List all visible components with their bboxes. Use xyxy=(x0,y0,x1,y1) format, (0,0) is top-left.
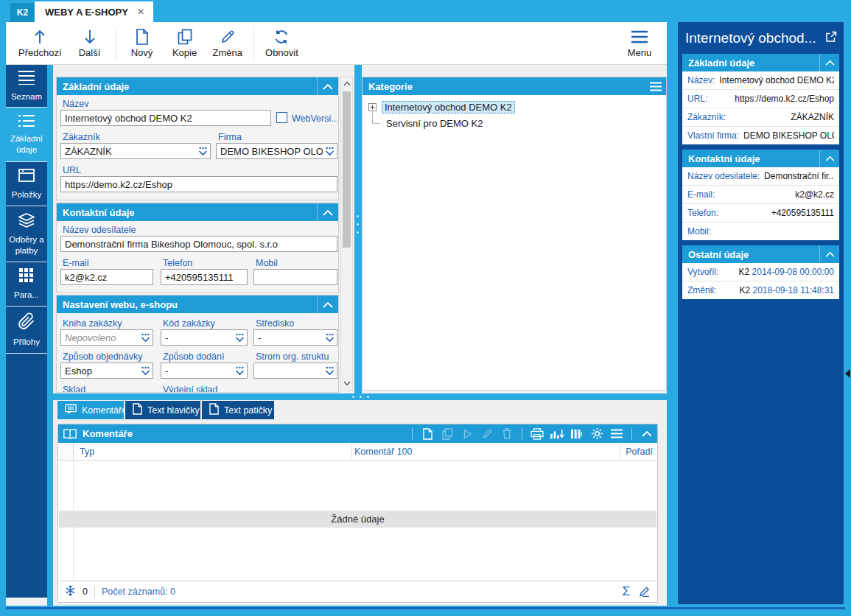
url-input[interactable] xyxy=(60,176,337,192)
panel-kontaktni-udaje-header[interactable]: Kontaktní údaje xyxy=(57,203,338,221)
collapse-chevron-icon[interactable] xyxy=(819,54,839,71)
dropdown-icon[interactable] xyxy=(323,333,337,343)
dropdown-icon[interactable] xyxy=(323,366,337,376)
copy-button[interactable]: Kopie xyxy=(164,24,206,63)
email-label: E-mail xyxy=(63,258,88,268)
scrollbar-thumb[interactable] xyxy=(343,91,351,248)
preview-section-ostatni: Ostatní údaje Vytvořil: K2 2014-09-08 00… xyxy=(682,245,839,299)
zakaznik-combo[interactable]: ZÁKAZNÍK xyxy=(60,143,211,159)
column-header-typ[interactable]: Typ xyxy=(80,447,94,457)
mobil-label: Mobil xyxy=(256,258,278,268)
dropdown-icon[interactable] xyxy=(196,147,210,156)
panel-zakladni-udaje-header[interactable]: Základní údaje xyxy=(57,77,338,95)
phone-input[interactable] xyxy=(161,269,248,285)
collapse-chevron-icon[interactable] xyxy=(317,295,338,313)
menu-button[interactable]: Menu xyxy=(618,24,661,63)
sklad-label: Sklad xyxy=(63,385,85,393)
stredisko-combo[interactable]: - xyxy=(253,329,337,346)
arrow-up-icon xyxy=(32,29,47,45)
sidebar-item-parametry[interactable]: Para... xyxy=(6,262,47,307)
panel-menu-icon[interactable] xyxy=(645,77,666,95)
close-tab-icon[interactable]: ✕ xyxy=(137,7,144,17)
table-status-bar: 0 Počet záznamů: 0 Σ xyxy=(58,581,657,602)
scroll-down-icon[interactable] xyxy=(341,378,352,389)
preview-row: Změnil: K2 2018-09-18 11:48:31 xyxy=(682,281,839,299)
paperclip-icon xyxy=(18,312,35,332)
tab-text-paticky[interactable]: Text patičky xyxy=(202,401,274,419)
dropdown-icon[interactable] xyxy=(233,366,247,376)
chart-export-icon[interactable] xyxy=(550,427,564,441)
tab-komentare[interactable]: Komentáře xyxy=(57,401,124,419)
change-button[interactable]: Změna xyxy=(206,24,249,63)
sender-input[interactable] xyxy=(60,236,337,252)
record-count-label: Počet záznamů: 0 xyxy=(102,587,175,597)
email-input[interactable] xyxy=(60,269,153,285)
panel-kontaktni-udaje: Kontaktní údaje Název odesílatele E-mail… xyxy=(56,203,339,293)
collapse-chevron-icon[interactable] xyxy=(819,150,839,167)
dropdown-icon[interactable] xyxy=(323,147,337,156)
next-button[interactable]: Další xyxy=(69,24,111,63)
vertical-splitter[interactable] xyxy=(354,65,362,393)
zakaznik-label: Zákazník xyxy=(63,132,100,142)
zpusob-dodani-combo[interactable]: - xyxy=(161,363,248,379)
delete-trash-icon[interactable] xyxy=(500,427,514,441)
panel-kategorie-header[interactable]: Kategorie xyxy=(363,77,666,95)
form-scrollbar[interactable] xyxy=(340,77,353,391)
window-bottom-border xyxy=(6,607,845,609)
tab-weby-a-eshopy[interactable]: WEBY A E-SHOPY ✕ xyxy=(35,1,153,22)
scroll-up-icon[interactable] xyxy=(341,78,352,89)
dropdown-icon[interactable] xyxy=(233,333,247,343)
sidebar-item-prilohy[interactable]: Přílohy xyxy=(6,307,47,354)
settings-gear-icon[interactable] xyxy=(589,427,604,441)
column-header-poradi[interactable]: Pořadí xyxy=(626,447,653,457)
print-icon[interactable] xyxy=(530,427,544,441)
collapse-chevron-icon[interactable] xyxy=(640,427,654,441)
kod-zakazky-combo[interactable]: - xyxy=(161,329,248,346)
komentare-panel: Komentáře Typ Komentář 100 xyxy=(57,424,658,603)
column-header-komentar[interactable]: Komentář 100 xyxy=(354,447,413,457)
no-data-banner: Žádné údaje xyxy=(59,511,656,528)
sidebar-item-seznam[interactable]: Seznam xyxy=(6,65,47,108)
collapse-chevron-icon[interactable] xyxy=(317,77,338,95)
grid-menu-icon[interactable] xyxy=(609,427,624,441)
sidebar-item-odbery-a-platby[interactable]: Odběry a platby xyxy=(6,206,47,262)
firma-combo[interactable]: DEMO BIKESHOP OLOMOUC xyxy=(216,143,337,159)
refresh-icon xyxy=(273,29,290,45)
collapse-chevron-icon[interactable] xyxy=(317,203,338,221)
preview-section-header[interactable]: Základní údaje xyxy=(682,54,839,71)
panel-collapse-arrow-icon[interactable] xyxy=(845,368,850,381)
dropdown-icon[interactable] xyxy=(139,366,153,376)
horizontal-splitter[interactable] xyxy=(53,393,667,400)
open-external-icon[interactable] xyxy=(825,30,837,46)
tree-expander-icon[interactable] xyxy=(368,103,377,111)
previous-button[interactable]: Předchozí xyxy=(12,24,69,63)
copy-record-icon[interactable] xyxy=(440,427,455,441)
mobil-input[interactable] xyxy=(253,269,337,285)
tab-text-hlavicky[interactable]: Text hlavičky xyxy=(125,401,200,419)
tree-node-internetovy-obchod[interactable]: Internetový obchod DEMO K2 xyxy=(363,99,515,114)
panel-nastaveni-webu-header[interactable]: Nastavení webu, e-shopu xyxy=(57,295,338,313)
new-record-icon[interactable] xyxy=(420,427,435,441)
dropdown-icon[interactable] xyxy=(139,333,153,343)
main-toolbar: Předchozí Další Nový Kopie Změna Obnovit… xyxy=(6,22,667,65)
tree-node-servisni[interactable]: Servisní pro DEMO K2 xyxy=(363,116,486,130)
refresh-button[interactable]: Obnovit xyxy=(259,24,305,63)
play-icon[interactable] xyxy=(460,427,474,441)
webversion-checkbox[interactable] xyxy=(276,112,287,123)
sum-sigma-icon[interactable]: Σ xyxy=(622,584,630,599)
columns-icon[interactable] xyxy=(570,427,584,441)
preview-section-header[interactable]: Ostatní údaje xyxy=(682,245,839,263)
nazev-input[interactable] xyxy=(60,110,271,126)
tab-k2-logo[interactable]: K2 xyxy=(10,3,35,22)
sidebar-item-polozky[interactable]: Položky xyxy=(6,162,47,206)
edit-pen-icon[interactable] xyxy=(639,585,651,599)
edit-pencil-icon[interactable] xyxy=(480,427,494,441)
new-button[interactable]: Nový xyxy=(121,24,164,63)
list-menu-icon xyxy=(17,70,36,87)
zpusob-objednavky-combo[interactable]: Eshop xyxy=(60,363,153,379)
kniha-zakazky-combo[interactable]: Nepovoleno xyxy=(60,329,153,346)
collapse-chevron-icon[interactable] xyxy=(819,245,839,263)
preview-section-header[interactable]: Kontaktní údaje xyxy=(682,150,839,167)
strom-org-combo[interactable] xyxy=(253,363,337,379)
sidebar-item-zakladni-udaje[interactable]: Základní údaje xyxy=(6,108,47,162)
